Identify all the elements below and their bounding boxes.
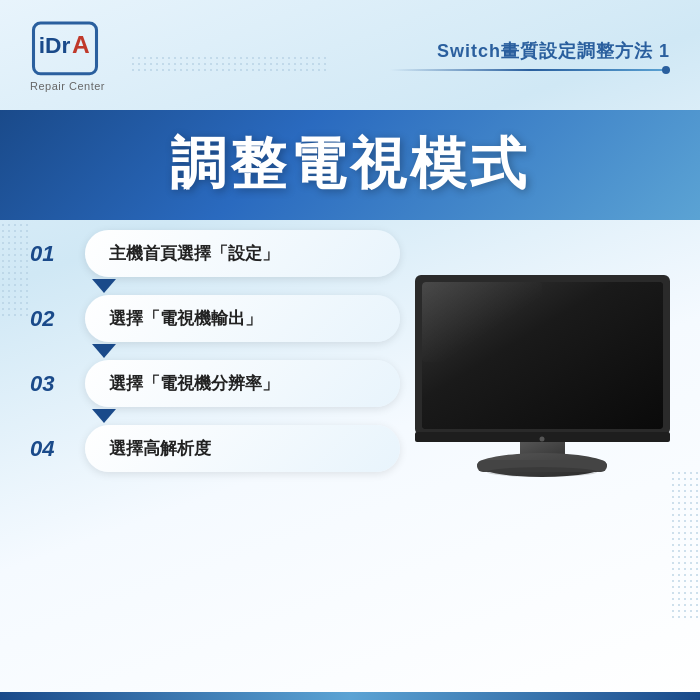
svg-text:A: A [72,31,90,58]
repair-center-label: Repair Center [30,80,105,92]
step-item-3: 03 選擇「電視機分辨率」 [30,360,400,407]
step-bubble-3: 選擇「電視機分辨率」 [85,360,400,407]
page-wrapper: iDr A Repair Center Switch畫質設定調整方法 1 調整電… [0,0,700,700]
step-item-2: 02 選擇「電視機輸出」 [30,295,400,342]
step-arrow-1 [92,279,116,293]
svg-rect-6 [422,282,542,362]
bottom-border [0,692,700,700]
svg-text:iDr: iDr [39,32,71,58]
header: iDr A Repair Center Switch畫質設定調整方法 1 [0,0,700,110]
header-right: Switch畫質設定調整方法 1 [390,39,670,71]
step-bubble-4: 選擇高解析度 [85,425,400,472]
header-title: Switch畫質設定調整方法 1 [437,39,670,63]
step-number-1: 01 [30,241,85,267]
svg-point-12 [540,437,545,442]
step-bubble-1: 主機首頁選擇「設定」 [85,230,400,277]
step-bubble-2: 選擇「電視機輸出」 [85,295,400,342]
step-number-2: 02 [30,306,85,332]
step-arrow-3 [92,409,116,423]
logo-area: iDr A Repair Center [30,18,105,92]
main-title-section: 調整電視模式 [0,110,700,220]
logo-icon: iDr A [30,18,100,78]
tv-area [400,230,690,520]
step-arrow-2 [92,344,116,358]
step-number-3: 03 [30,371,85,397]
tv-svg [410,270,680,480]
svg-point-11 [487,467,597,477]
step-number-4: 04 [30,436,85,462]
main-title: 調整電視模式 [170,127,530,203]
header-line [390,69,670,71]
step-item-4: 04 選擇高解析度 [30,425,400,472]
steps-section: 01 主機首頁選擇「設定」 02 選擇「電視機輸出」 03 選擇「電視機分辨率」… [30,230,400,670]
step-item-1: 01 主機首頁選擇「設定」 [30,230,400,277]
